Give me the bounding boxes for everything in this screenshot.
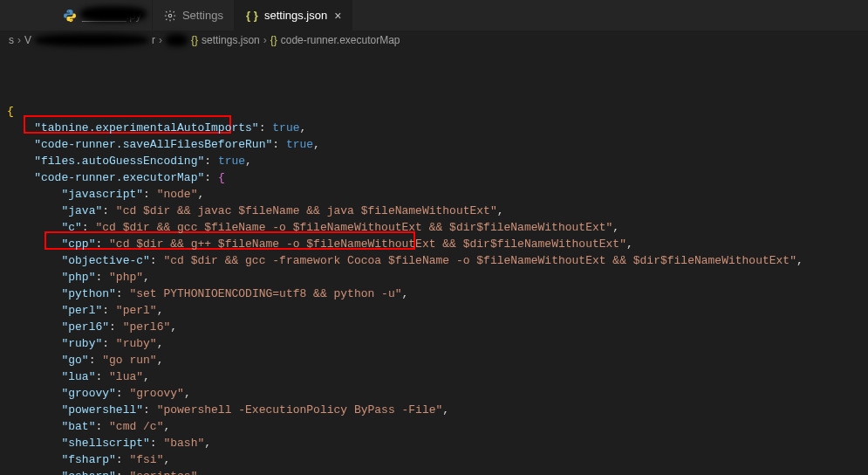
obscured-region: [35, 34, 148, 46]
code-line: "javascript": "node",: [7, 186, 861, 203]
code-line: "tabnine.experimentalAutoImports": true,: [7, 120, 861, 136]
code-line: "perl": "perl",: [7, 302, 861, 319]
code-line: "cpp": "cd $dir && g++ $fileName -o $fil…: [7, 236, 861, 252]
obscured-region: [80, 6, 147, 22]
braces-icon: {}: [191, 34, 198, 46]
tab-settings-json[interactable]: { } settings.json ×: [235, 0, 352, 31]
code-line: "lua": "lua",: [7, 368, 861, 385]
breadcrumb-segment: s: [9, 34, 14, 46]
code-editor[interactable]: { "tabnine.experimentalAutoImports": tru…: [0, 50, 868, 475]
code-line: "groovy": "groovy",: [7, 385, 861, 402]
code-line: "code-runner.executorMap": {: [7, 169, 861, 186]
code-line: "csharp": "scriptcs",: [7, 468, 861, 475]
code-line: "shellscript": "bash",: [7, 435, 861, 451]
close-icon[interactable]: ×: [334, 9, 341, 23]
breadcrumb-segment: r: [152, 34, 155, 46]
python-file-icon: [63, 9, 77, 23]
tab-settings-ui[interactable]: Settings: [153, 0, 235, 31]
code-line: "go": "go run",: [7, 352, 861, 368]
tab-label: settings.json: [264, 9, 327, 22]
chevron-right-icon: ›: [17, 34, 21, 46]
code-line: "c": "cd $dir && gcc $fileName -o $fileN…: [7, 219, 861, 236]
chevron-right-icon: ›: [159, 34, 162, 46]
editor-tab-bar: _______.py Settings { } settings.json ×: [0, 0, 868, 31]
code-line: "perl6": "perl6",: [7, 319, 861, 335]
breadcrumb-segment: V: [24, 34, 31, 46]
code-line: "ruby": "ruby",: [7, 335, 861, 352]
breadcrumb-segment: settings.json: [202, 34, 260, 46]
code-line: "code-runner.saveAllFilesBeforeRun": tru…: [7, 136, 861, 153]
code-line: {: [7, 103, 861, 120]
code-line: "fsharp": "fsi",: [7, 451, 861, 468]
code-line: "objective-c": "cd $dir && gcc -framewor…: [7, 252, 861, 269]
code-line: "java": "cd $dir && javac $fileName && j…: [7, 203, 861, 219]
breadcrumb-segment: code-runner.executorMap: [281, 34, 400, 46]
breadcrumb[interactable]: s › V r › {} settings.json › {} code-run…: [0, 31, 868, 50]
braces-icon: { }: [245, 9, 259, 23]
chevron-right-icon: ›: [263, 34, 267, 46]
code-line: "php": "php",: [7, 269, 861, 286]
braces-icon: {}: [270, 34, 277, 46]
code-line: "bat": "cmd /c",: [7, 418, 861, 435]
code-line: "files.autoGuessEncoding": true,: [7, 153, 861, 169]
gear-icon: [163, 9, 177, 23]
code-line: "powershell": "powershell -ExecutionPoli…: [7, 402, 861, 418]
code-line: "python": "set PYTHONIOENCODING=utf8 && …: [7, 286, 861, 302]
svg-point-0: [168, 14, 172, 17]
tab-python-file[interactable]: _______.py: [52, 0, 153, 31]
obscured-region: [166, 34, 188, 46]
tab-label: Settings: [182, 9, 223, 22]
